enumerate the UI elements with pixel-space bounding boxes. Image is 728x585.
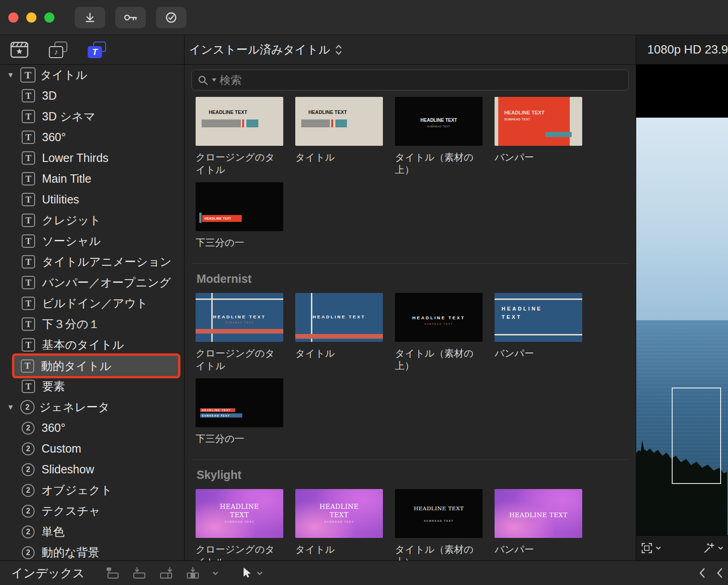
search-field[interactable]: [191, 70, 629, 90]
check-tasks-button[interactable]: [156, 7, 186, 28]
title-tile-closing[interactable]: HEADLINE TEXT SUBHEAD TEXT クロージングのタイトル: [196, 489, 283, 561]
sidebar-item-label: 要素: [42, 379, 65, 394]
sidebar-item-lower-third-jp[interactable]: T下３分の１: [0, 314, 184, 334]
enhancements-control[interactable]: [703, 542, 723, 554]
check-circle-icon: [165, 12, 177, 24]
index-button[interactable]: インデックス: [11, 565, 85, 581]
sidebar-item-utilities[interactable]: TUtilities: [0, 189, 184, 210]
title-tile-title[interactable]: HEADLINE TEXT SUBHEAD TEXT タイトル: [295, 489, 383, 561]
sidebar-item-bumper-opening[interactable]: Tバンパー／オープニング: [0, 272, 184, 293]
key-button[interactable]: [115, 7, 146, 28]
sidebar-item-build-in-out[interactable]: Tビルドイン／アウト: [0, 293, 184, 314]
title-tile-bumper[interactable]: HEADLINE TEXT バンパー: [495, 489, 582, 561]
sidebar-item-lower-thirds[interactable]: TLower Thirds: [0, 148, 184, 168]
thumbnail-preview: HEADLINE TEXT SUBHEAD TEXT: [395, 489, 483, 538]
sidebar-item-title-animation[interactable]: Tタイトルアニメーション: [0, 251, 184, 272]
sidebar-item-slideshow[interactable]: 2Slideshow: [0, 459, 184, 480]
thumb-subhead: SUBHEAD TEXT: [395, 125, 483, 128]
sidebar-item-objects[interactable]: 2オブジェクト: [0, 480, 184, 501]
title-tile-over-media[interactable]: HEADLINE TEXT SUBHEAD TEXT タイトル（素材の上）: [395, 293, 483, 372]
sidebar-item-solids[interactable]: 2単色: [0, 521, 184, 542]
search-input[interactable]: [220, 74, 623, 87]
bar: [246, 119, 258, 127]
line: [495, 298, 582, 300]
bar: [335, 119, 347, 127]
tile-row: HEADLINE TEXT 下三分の一: [196, 182, 629, 249]
sidebar-item-basic-titles[interactable]: T基本のタイトル: [0, 334, 184, 355]
transform-control[interactable]: [641, 542, 661, 554]
title-tile-over-media[interactable]: HEADLINE TEXT SUBHEAD TEXT タイトル（素材の上）: [395, 489, 483, 561]
sidebar-item-elements[interactable]: T要素: [0, 376, 184, 397]
tile-label: クロージングのタイトル: [196, 151, 283, 176]
search-filter-caret-icon[interactable]: [212, 78, 216, 82]
thumbnail-preview: HEADLINE TEXT SUBHEAD TEXT: [196, 489, 283, 538]
sidebar-item-3d[interactable]: T3D: [0, 85, 184, 106]
sidebar-item-social[interactable]: Tソーシャル: [0, 231, 184, 251]
title-tile-bumper[interactable]: HEADLINE TEXT SUBHEAD TEXT バンパー: [495, 97, 582, 176]
title-tile-title[interactable]: HEADLINE TEXT タイトル: [295, 97, 383, 176]
tile-label: タイトル（素材の上）: [395, 151, 483, 176]
sidebar-item-dynamic-titles[interactable]: T動的タイトル: [12, 353, 180, 378]
sidebar-item-credits[interactable]: Tクレジット: [0, 210, 184, 231]
title-tile-title[interactable]: HEADLINE TEXT タイトル: [295, 293, 383, 372]
tile-label: クロージングのタイトル: [196, 347, 283, 372]
collapse-panel-chevron-icon[interactable]: [698, 567, 706, 579]
title-badge-icon: T: [22, 317, 35, 331]
title-tile-lower-third[interactable]: HEADLINE TEXT SUBHEAD TEXT 下三分の一: [196, 378, 283, 445]
titles-generators-sidebar-icon[interactable]: T: [88, 42, 106, 58]
sidebar-item-main-title[interactable]: TMain Title: [0, 168, 184, 189]
title-badge-icon: T: [22, 172, 35, 185]
title-badge-icon: T: [22, 338, 35, 352]
sidebar-item-custom[interactable]: 2Custom: [0, 438, 184, 459]
tool-chevron-icon: [257, 571, 263, 575]
chevron-down-icon: [718, 546, 723, 550]
timeline-toolbar: インデックス: [0, 561, 728, 585]
generator-badge-icon: 2: [22, 546, 35, 559]
sidebar-item-label: ソーシャル: [42, 233, 101, 249]
title-tile-closing[interactable]: HEADLINE TEXT SUBHEAD TEXT クロージングのタイトル: [196, 293, 283, 372]
thumbnail-preview: HEADLINE TEXT SUBHEAD TEXT: [196, 378, 283, 427]
clipped-edge-chevron-icon[interactable]: [716, 567, 723, 579]
viewer-controls: [636, 535, 728, 561]
sidebar-item-textures[interactable]: 2テクスチャ: [0, 501, 184, 521]
insert-clip-icon[interactable]: [132, 567, 147, 579]
thumbnail-preview: HEADLINE TEXT: [196, 97, 283, 146]
edit-options-chevron-icon[interactable]: [212, 571, 219, 575]
sidebar-item-gen-360[interactable]: 2360°: [0, 418, 184, 438]
sort-chevrons-icon[interactable]: [335, 44, 342, 56]
title-tile-bumper[interactable]: HEADLINE TEXT バンパー: [495, 293, 582, 372]
overwrite-clip-icon[interactable]: [185, 567, 200, 579]
tool-selector[interactable]: [242, 567, 263, 579]
bar: [295, 334, 383, 339]
sidebar-item-360[interactable]: T360°: [0, 127, 184, 148]
viewer-canvas[interactable]: [636, 65, 728, 535]
section-divider: [191, 460, 629, 460]
title-bounding-box[interactable]: [672, 388, 721, 484]
connect-clip-icon[interactable]: [105, 567, 120, 579]
sidebar-item-dynamic-backgrounds[interactable]: 2動的な背景: [0, 542, 184, 561]
append-clip-icon[interactable]: [159, 567, 173, 579]
title-tile-lower-third[interactable]: HEADLINE TEXT 下三分の一: [196, 182, 283, 249]
libraries-sidebar-icon[interactable]: [10, 42, 29, 58]
music-note-glyph: ♪: [54, 48, 58, 57]
zoom-window-button[interactable]: [44, 12, 54, 23]
sidebar-toolbar: ♪ T: [0, 35, 184, 65]
generator-badge-icon: 2: [22, 484, 35, 497]
title-badge-icon: T: [22, 131, 35, 144]
close-window-button[interactable]: [8, 12, 18, 23]
search-icon: [197, 75, 209, 86]
title-tile-closing[interactable]: HEADLINE TEXT クロージングのタイトル: [196, 97, 283, 176]
sidebar-section-titles[interactable]: ▼ T タイトル: [0, 65, 184, 85]
minimize-window-button[interactable]: [26, 12, 36, 23]
photos-audio-sidebar-icon[interactable]: ♪: [49, 42, 67, 58]
disclosure-triangle-icon[interactable]: ▼: [6, 403, 16, 412]
sidebar-category-list: ▼ T タイトル T3D T3D シネマ T360° TLower Thirds…: [0, 65, 184, 561]
disclosure-triangle-icon[interactable]: ▼: [6, 71, 16, 79]
sidebar-item-label: 360°: [42, 421, 66, 435]
sidebar-item-3d-cinema[interactable]: T3D シネマ: [0, 106, 184, 127]
title-tile-over-media[interactable]: HEADLINE TEXT SUBHEAD TEXT タイトル（素材の上）: [395, 97, 483, 176]
import-download-button[interactable]: [75, 7, 105, 28]
title-badge-icon: T: [21, 359, 34, 373]
sidebar-section-generators[interactable]: ▼ 2 ジェネレータ: [0, 397, 184, 418]
title-badge-icon: T: [22, 193, 35, 206]
